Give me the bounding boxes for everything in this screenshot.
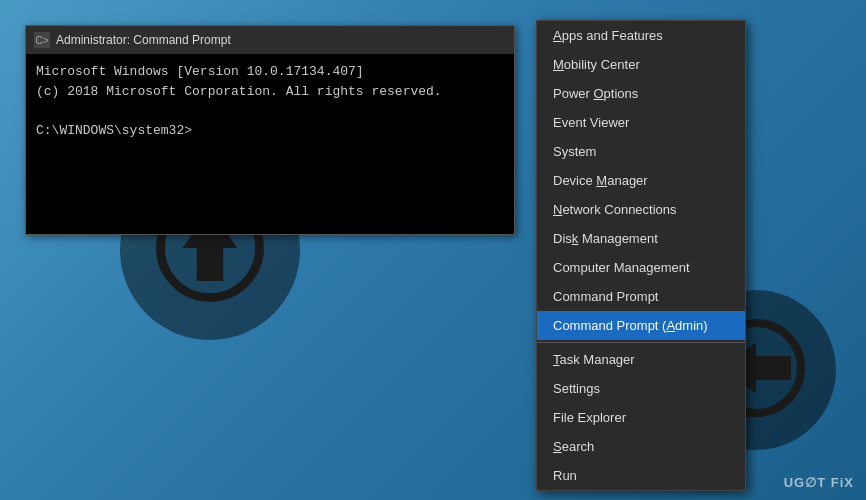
menu-item-settings[interactable]: Settings [537, 374, 745, 403]
context-menu: Apps and FeaturesMobility CenterPower Op… [536, 20, 746, 491]
cmd-title: Administrator: Command Prompt [56, 33, 231, 47]
cmd-line-3 [36, 101, 504, 121]
menu-item-command-prompt[interactable]: Command Prompt [537, 282, 745, 311]
cmd-window: C> Administrator: Command Prompt Microso… [25, 25, 515, 235]
menu-item-run[interactable]: Run [537, 461, 745, 490]
menu-item-file-explorer[interactable]: File Explorer [537, 403, 745, 432]
menu-item-network-connections[interactable]: Network Connections [537, 195, 745, 224]
menu-item-search[interactable]: Search [537, 432, 745, 461]
menu-item-task-manager[interactable]: Task Manager [537, 345, 745, 374]
cmd-body: Microsoft Windows [Version 10.0.17134.40… [26, 54, 514, 148]
menu-item-device-manager[interactable]: Device Manager [537, 166, 745, 195]
cmd-icon: C> [34, 32, 50, 48]
menu-item-system[interactable]: System [537, 137, 745, 166]
cmd-line-4: C:\WINDOWS\system32> [36, 121, 504, 141]
menu-item-computer-management[interactable]: Computer Management [537, 253, 745, 282]
menu-item-command-prompt-admin[interactable]: Command Prompt (Admin) [537, 311, 745, 340]
menu-item-disk-management[interactable]: Disk Management [537, 224, 745, 253]
cmd-line-2: (c) 2018 Microsoft Corporation. All righ… [36, 82, 504, 102]
cmd-line-1: Microsoft Windows [Version 10.0.17134.40… [36, 62, 504, 82]
menu-item-mobility-center[interactable]: Mobility Center [537, 50, 745, 79]
menu-item-event-viewer[interactable]: Event Viewer [537, 108, 745, 137]
watermark: UG∅T FiX [784, 475, 854, 490]
menu-item-apps-features[interactable]: Apps and Features [537, 21, 745, 50]
menu-item-power-options[interactable]: Power Options [537, 79, 745, 108]
menu-separator [537, 342, 745, 343]
cmd-titlebar: C> Administrator: Command Prompt [26, 26, 514, 54]
